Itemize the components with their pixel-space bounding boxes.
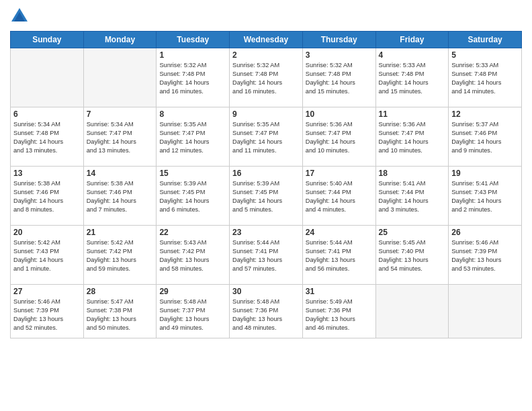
day-info: Sunrise: 5:32 AM Sunset: 7:48 PM Dayligh… bbox=[232, 61, 300, 96]
day-info: Sunrise: 5:34 AM Sunset: 7:47 PM Dayligh… bbox=[87, 120, 154, 155]
logo-icon bbox=[10, 7, 29, 26]
day-number: 14 bbox=[87, 169, 154, 178]
day-number: 31 bbox=[306, 287, 373, 296]
calendar-cell: 26Sunrise: 5:46 AM Sunset: 7:39 PM Dayli… bbox=[449, 226, 522, 285]
calendar-cell: 27Sunrise: 5:46 AM Sunset: 7:39 PM Dayli… bbox=[11, 285, 84, 338]
day-info: Sunrise: 5:48 AM Sunset: 7:36 PM Dayligh… bbox=[232, 298, 300, 332]
calendar-cell: 1Sunrise: 5:32 AM Sunset: 7:48 PM Daylig… bbox=[157, 48, 230, 107]
calendar-cell: 19Sunrise: 5:41 AM Sunset: 7:43 PM Dayli… bbox=[449, 167, 522, 226]
day-number: 28 bbox=[87, 287, 154, 296]
day-info: Sunrise: 5:34 AM Sunset: 7:48 PM Dayligh… bbox=[13, 120, 81, 155]
calendar-week-row: 6Sunrise: 5:34 AM Sunset: 7:48 PM Daylig… bbox=[11, 107, 522, 167]
calendar-cell: 12Sunrise: 5:37 AM Sunset: 7:46 PM Dayli… bbox=[449, 107, 522, 167]
day-info: Sunrise: 5:35 AM Sunset: 7:47 PM Dayligh… bbox=[232, 120, 300, 155]
calendar-cell bbox=[449, 285, 522, 338]
day-info: Sunrise: 5:42 AM Sunset: 7:43 PM Dayligh… bbox=[13, 238, 81, 273]
day-number: 25 bbox=[379, 228, 446, 237]
day-info: Sunrise: 5:36 AM Sunset: 7:47 PM Dayligh… bbox=[306, 120, 373, 155]
day-number: 15 bbox=[159, 169, 226, 178]
calendar-cell: 11Sunrise: 5:36 AM Sunset: 7:47 PM Dayli… bbox=[375, 107, 449, 167]
calendar-cell: 30Sunrise: 5:48 AM Sunset: 7:36 PM Dayli… bbox=[230, 285, 303, 338]
calendar-cell: 23Sunrise: 5:44 AM Sunset: 7:41 PM Dayli… bbox=[230, 226, 303, 285]
day-header-wednesday: Wednesday bbox=[230, 32, 303, 48]
day-number: 22 bbox=[159, 228, 226, 237]
day-info: Sunrise: 5:39 AM Sunset: 7:45 PM Dayligh… bbox=[232, 179, 300, 214]
calendar-cell bbox=[83, 48, 157, 107]
calendar-cell: 5Sunrise: 5:33 AM Sunset: 7:48 PM Daylig… bbox=[449, 48, 522, 107]
day-info: Sunrise: 5:36 AM Sunset: 7:47 PM Dayligh… bbox=[379, 120, 446, 155]
calendar-cell: 31Sunrise: 5:49 AM Sunset: 7:36 PM Dayli… bbox=[302, 285, 375, 338]
calendar-cell: 4Sunrise: 5:33 AM Sunset: 7:48 PM Daylig… bbox=[375, 48, 449, 107]
calendar-cell: 14Sunrise: 5:38 AM Sunset: 7:46 PM Dayli… bbox=[83, 167, 157, 226]
calendar-cell: 17Sunrise: 5:40 AM Sunset: 7:44 PM Dayli… bbox=[302, 167, 375, 226]
day-number: 7 bbox=[87, 109, 154, 119]
day-header-friday: Friday bbox=[375, 32, 449, 48]
day-info: Sunrise: 5:33 AM Sunset: 7:48 PM Dayligh… bbox=[451, 61, 519, 96]
page: SundayMondayTuesdayWednesdayThursdayFrid… bbox=[0, 0, 532, 411]
calendar-cell: 6Sunrise: 5:34 AM Sunset: 7:48 PM Daylig… bbox=[11, 107, 84, 167]
calendar-cell: 9Sunrise: 5:35 AM Sunset: 7:47 PM Daylig… bbox=[230, 107, 303, 167]
calendar-week-row: 20Sunrise: 5:42 AM Sunset: 7:43 PM Dayli… bbox=[11, 226, 522, 285]
day-number: 27 bbox=[13, 287, 81, 296]
day-header-monday: Monday bbox=[83, 32, 157, 48]
day-number: 18 bbox=[379, 169, 446, 178]
day-info: Sunrise: 5:32 AM Sunset: 7:48 PM Dayligh… bbox=[159, 61, 226, 96]
calendar-cell: 2Sunrise: 5:32 AM Sunset: 7:48 PM Daylig… bbox=[230, 48, 303, 107]
calendar-cell: 16Sunrise: 5:39 AM Sunset: 7:45 PM Dayli… bbox=[230, 167, 303, 226]
day-number: 26 bbox=[451, 228, 519, 237]
day-info: Sunrise: 5:47 AM Sunset: 7:38 PM Dayligh… bbox=[87, 298, 154, 332]
day-number: 9 bbox=[232, 109, 300, 119]
day-info: Sunrise: 5:40 AM Sunset: 7:44 PM Dayligh… bbox=[306, 179, 373, 214]
header bbox=[10, 7, 522, 26]
calendar-cell: 29Sunrise: 5:48 AM Sunset: 7:37 PM Dayli… bbox=[157, 285, 230, 338]
calendar-week-row: 27Sunrise: 5:46 AM Sunset: 7:39 PM Dayli… bbox=[11, 285, 522, 338]
calendar-cell: 3Sunrise: 5:32 AM Sunset: 7:48 PM Daylig… bbox=[302, 48, 375, 107]
day-info: Sunrise: 5:44 AM Sunset: 7:41 PM Dayligh… bbox=[306, 238, 373, 273]
calendar-cell: 18Sunrise: 5:41 AM Sunset: 7:44 PM Dayli… bbox=[375, 167, 449, 226]
day-info: Sunrise: 5:41 AM Sunset: 7:43 PM Dayligh… bbox=[451, 179, 519, 214]
day-info: Sunrise: 5:38 AM Sunset: 7:46 PM Dayligh… bbox=[87, 179, 154, 214]
day-number: 5 bbox=[451, 50, 519, 60]
day-header-saturday: Saturday bbox=[449, 32, 522, 48]
day-number: 13 bbox=[13, 169, 81, 178]
day-number: 30 bbox=[232, 287, 300, 296]
calendar-cell: 15Sunrise: 5:39 AM Sunset: 7:45 PM Dayli… bbox=[157, 167, 230, 226]
day-info: Sunrise: 5:44 AM Sunset: 7:41 PM Dayligh… bbox=[232, 238, 300, 273]
calendar-cell bbox=[375, 285, 449, 338]
day-header-sunday: Sunday bbox=[11, 32, 84, 48]
day-header-thursday: Thursday bbox=[302, 32, 375, 48]
day-number: 29 bbox=[159, 287, 226, 296]
calendar-cell: 20Sunrise: 5:42 AM Sunset: 7:43 PM Dayli… bbox=[11, 226, 84, 285]
day-info: Sunrise: 5:42 AM Sunset: 7:42 PM Dayligh… bbox=[87, 238, 154, 273]
day-number: 11 bbox=[379, 109, 446, 119]
day-info: Sunrise: 5:32 AM Sunset: 7:48 PM Dayligh… bbox=[306, 61, 373, 96]
day-info: Sunrise: 5:46 AM Sunset: 7:39 PM Dayligh… bbox=[13, 298, 81, 332]
day-number: 16 bbox=[232, 169, 300, 178]
day-info: Sunrise: 5:37 AM Sunset: 7:46 PM Dayligh… bbox=[451, 120, 519, 155]
day-info: Sunrise: 5:46 AM Sunset: 7:39 PM Dayligh… bbox=[451, 238, 519, 273]
day-info: Sunrise: 5:38 AM Sunset: 7:46 PM Dayligh… bbox=[13, 179, 81, 214]
day-info: Sunrise: 5:45 AM Sunset: 7:40 PM Dayligh… bbox=[379, 238, 446, 273]
day-number: 3 bbox=[306, 50, 373, 60]
calendar-cell: 7Sunrise: 5:34 AM Sunset: 7:47 PM Daylig… bbox=[83, 107, 157, 167]
day-info: Sunrise: 5:49 AM Sunset: 7:36 PM Dayligh… bbox=[306, 298, 373, 332]
day-header-tuesday: Tuesday bbox=[157, 32, 230, 48]
calendar-week-row: 13Sunrise: 5:38 AM Sunset: 7:46 PM Dayli… bbox=[11, 167, 522, 226]
calendar-cell: 13Sunrise: 5:38 AM Sunset: 7:46 PM Dayli… bbox=[11, 167, 84, 226]
day-info: Sunrise: 5:41 AM Sunset: 7:44 PM Dayligh… bbox=[379, 179, 446, 214]
calendar-cell: 8Sunrise: 5:35 AM Sunset: 7:47 PM Daylig… bbox=[157, 107, 230, 167]
calendar-cell: 24Sunrise: 5:44 AM Sunset: 7:41 PM Dayli… bbox=[302, 226, 375, 285]
day-number: 24 bbox=[306, 228, 373, 237]
day-number: 8 bbox=[159, 109, 226, 119]
day-number: 12 bbox=[451, 109, 519, 119]
day-number: 10 bbox=[306, 109, 373, 119]
calendar-cell: 28Sunrise: 5:47 AM Sunset: 7:38 PM Dayli… bbox=[83, 285, 157, 338]
day-number: 23 bbox=[232, 228, 300, 237]
calendar-table: SundayMondayTuesdayWednesdayThursdayFrid… bbox=[10, 31, 522, 338]
calendar-cell: 21Sunrise: 5:42 AM Sunset: 7:42 PM Dayli… bbox=[83, 226, 157, 285]
day-number: 17 bbox=[306, 169, 373, 178]
day-number: 6 bbox=[13, 109, 81, 119]
calendar-cell bbox=[11, 48, 84, 107]
day-info: Sunrise: 5:48 AM Sunset: 7:37 PM Dayligh… bbox=[159, 298, 226, 332]
day-number: 1 bbox=[159, 50, 226, 60]
